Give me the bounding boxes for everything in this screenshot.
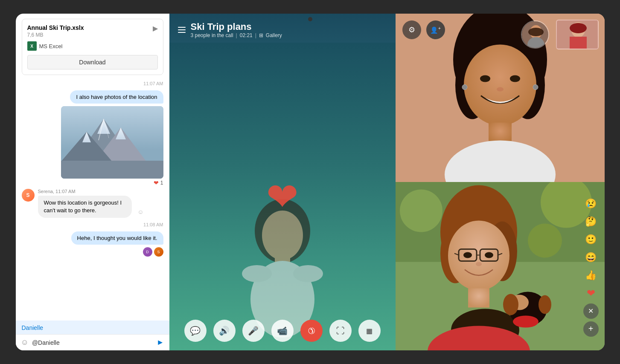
caller-avatar-svg <box>522 21 549 49</box>
svg-rect-36 <box>570 37 587 49</box>
add-person-button-grid[interactable]: 👤+ <box>426 20 445 39</box>
file-type-label: MS Excel <box>39 43 63 49</box>
mic-button[interactable]: 🎤 <box>242 320 265 342</box>
video-icon: 📹 <box>277 326 288 336</box>
emoji-thumbsup[interactable]: 👍 <box>583 268 599 283</box>
svg-rect-7 <box>61 161 163 179</box>
video-grid: ⚙ 👤+ <box>396 14 605 350</box>
sender-name: Serena <box>38 189 53 194</box>
volume-button[interactable]: 🔊 <box>213 320 236 342</box>
svg-point-27 <box>462 85 467 90</box>
svg-point-21 <box>464 45 536 126</box>
file-type-row: X MS Excel <box>27 41 158 51</box>
svg-point-59 <box>538 295 551 314</box>
settings-icon: ⚙ <box>408 25 415 35</box>
reaction-row[interactable]: ❤ 1 <box>154 179 163 186</box>
hamburger-menu[interactable] <box>178 27 186 33</box>
end-call-button[interactable]: ✆ <box>300 320 323 342</box>
svg-point-14 <box>242 265 272 282</box>
serena-avatar: S <box>22 189 35 202</box>
end-call-icon: ✆ <box>305 325 317 337</box>
forward-icon[interactable]: ▶ <box>153 24 158 32</box>
call-title-group: Ski Trip plans 3 people in the call | 02… <box>191 21 282 38</box>
reaction-count: 1 <box>160 180 163 186</box>
svg-point-22 <box>480 75 490 82</box>
thumbnail-svg <box>557 20 599 49</box>
thumbnail-overlay <box>556 20 599 49</box>
emoji-react-btn[interactable]: ☺ <box>137 208 143 217</box>
volume-icon: 🔊 <box>219 326 230 336</box>
sender-time: 11:07 AM <box>55 189 75 194</box>
emoji-panel-close[interactable]: ✕ <box>583 303 599 319</box>
camera-notch <box>308 17 312 21</box>
bubble-outgoing-1: I also have photos of the location <box>70 90 163 104</box>
screen-share-button[interactable]: ⛶ <box>329 320 352 342</box>
mic-icon: 🎤 <box>248 326 259 336</box>
chat-icon: 💬 <box>190 326 201 336</box>
person2-video <box>396 182 605 350</box>
svg-point-58 <box>503 294 518 315</box>
emoji-grin[interactable]: 😄 <box>583 250 599 265</box>
person2-svg <box>396 182 605 350</box>
video-top-cell: ⚙ 👤+ <box>396 14 605 182</box>
settings-button-grid[interactable]: ⚙ <box>402 20 421 39</box>
device-frame: Annual Ski Trip.xslx 7,6 MB ▶ X MS Excel… <box>16 14 605 350</box>
emoji-panel-add[interactable]: + <box>583 321 599 337</box>
svg-point-60 <box>513 316 538 328</box>
svg-point-11 <box>262 211 303 260</box>
bubble-text-2: Hehe, I thought you would like it. <box>77 235 157 241</box>
mention-avatars: D S <box>143 247 163 257</box>
call-subtitle: 3 people in the call | 02:21 | ⊞ Gallery <box>191 32 282 38</box>
add-person-icon: 👤+ <box>430 26 441 34</box>
incoming-text-1: Wow this location is gorgeous! I can't w… <box>44 199 122 214</box>
call-duration: 02:21 <box>240 32 253 38</box>
sep1: | <box>236 32 237 38</box>
timestamp-1: 11:07 AM <box>22 81 163 86</box>
emoji-reaction-panel: 😢 🤔 🙂 😄 👍 ❤ ✕ + <box>583 196 599 337</box>
svg-point-53 <box>476 262 482 266</box>
video-bottom-cell: 😢 🤔 🙂 😄 👍 ❤ ✕ + <box>396 182 605 350</box>
svg-point-24 <box>497 87 504 92</box>
send-button[interactable]: ► <box>157 338 164 347</box>
file-name: Annual Ski Trip.xslx <box>27 24 153 31</box>
file-attachment: Annual Ski Trip.xslx 7,6 MB ▶ X MS Excel… <box>22 19 163 75</box>
svg-point-52 <box>485 252 493 258</box>
call-panel: Ski Trip plans 3 people in the call | 02… <box>169 14 396 350</box>
file-size: 7,6 MB <box>27 32 153 38</box>
incoming-content: Serena, 11:07 AM Wow this location is go… <box>38 189 163 218</box>
svg-point-41 <box>528 224 562 258</box>
chat-input-row: ☺ ► <box>16 334 169 350</box>
chat-button[interactable]: 💬 <box>184 320 207 342</box>
call-header: Ski Trip plans 3 people in the call | 02… <box>169 14 396 43</box>
chat-panel: Annual Ski Trip.xslx 7,6 MB ▶ X MS Excel… <box>16 14 169 350</box>
timestamp-2: 11:08 AM <box>22 222 163 227</box>
svg-point-51 <box>463 252 472 258</box>
svg-point-39 <box>400 190 442 232</box>
svg-point-35 <box>570 23 587 33</box>
emoji-picker-button[interactable]: ☺ <box>21 338 29 347</box>
bubble-text-1: I also have photos of the location <box>76 94 157 100</box>
emoji-smile[interactable]: 🙂 <box>583 232 599 247</box>
emoji-crying[interactable]: 😢 <box>583 196 599 211</box>
emoji-heart-react[interactable]: ❤ <box>583 286 599 301</box>
screen-share-icon: ⛶ <box>336 326 345 336</box>
chat-input[interactable] <box>32 339 153 346</box>
caller-avatar-small <box>521 20 549 49</box>
incoming-message-row: S Serena, 11:07 AM Wow this location is … <box>22 189 163 218</box>
grid-controls: ⚙ 👤+ <box>402 20 445 39</box>
bubble-outgoing-2: Hehe, I thought you would like it. <box>71 231 163 245</box>
svg-rect-54 <box>468 289 489 308</box>
gallery-view-button[interactable]: ▦ <box>358 320 381 342</box>
svg-point-23 <box>510 75 520 82</box>
video-button[interactable]: 📹 <box>271 320 294 342</box>
presenter-area: ❤ <box>169 43 396 350</box>
call-controls: 💬 🔊 🎤 📹 ✆ ⛶ ▦ <box>169 311 396 350</box>
mention-input-area: Danielle <box>16 321 169 334</box>
file-header: Annual Ski Trip.xslx 7,6 MB ▶ <box>27 24 158 38</box>
download-button[interactable]: Download <box>27 55 158 69</box>
gallery-icon: ⊞ <box>259 32 263 38</box>
mention-chip[interactable]: Danielle <box>22 324 44 331</box>
emoji-thinking[interactable]: 🤔 <box>583 214 599 229</box>
svg-point-28 <box>533 85 538 90</box>
svg-point-31 <box>528 28 544 36</box>
